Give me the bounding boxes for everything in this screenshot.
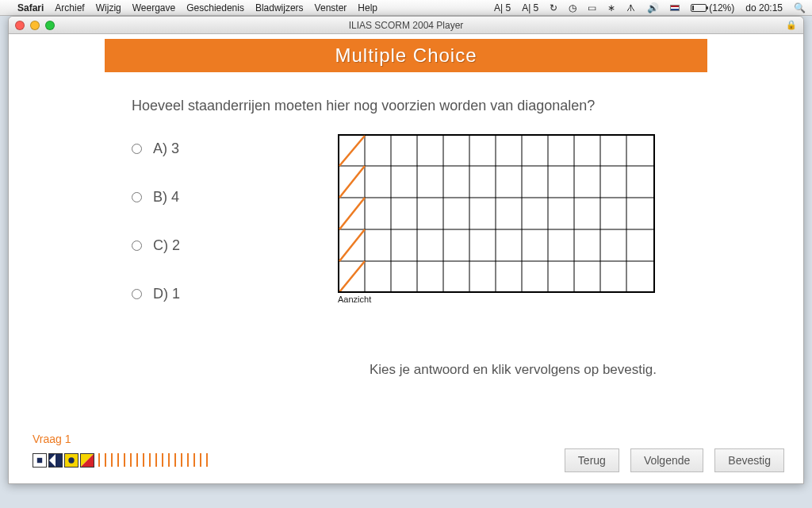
option-c-radio[interactable] [132,241,142,251]
option-label: B) 4 [153,189,179,206]
page-title: Multiple Choice [335,44,477,67]
progress-tick [111,453,113,467]
option-label: C) 2 [153,237,180,254]
svg-line-17 [339,166,365,198]
window-title: ILIAS SCORM 2004 Player [349,20,464,31]
menubar-item[interactable]: Weergave [132,2,175,13]
option-label: D) 1 [153,286,180,302]
progress-tick [105,453,106,467]
instruction-text: Kies je antwoord en klik vervolgens op b… [370,361,680,379]
progress-tick [162,453,163,467]
menubar-item[interactable]: Wijzig [96,2,121,13]
timemachine-icon[interactable]: ◷ [569,2,576,13]
progress-tick [155,453,157,467]
confirm-button[interactable]: Bevestig [714,448,784,472]
page-header: Multiple Choice [105,39,707,72]
progress-tick [136,453,138,467]
minimize-icon[interactable] [30,21,40,30]
question-figure: Aanzicht [338,134,680,304]
svg-rect-23 [37,458,42,463]
svg-line-16 [339,136,365,166]
wifi-icon[interactable]: ⩚ [626,2,636,13]
option-d-radio[interactable] [132,289,142,299]
menubar-app-name[interactable]: Safari [17,2,44,13]
progress-tick [206,453,208,467]
next-button[interactable]: Volgende [630,448,703,472]
flag-icon [80,453,94,468]
lock-icon: 🔒 [786,20,797,30]
progress-tick [143,453,144,467]
progress-tick [193,453,195,467]
close-icon[interactable] [15,21,25,30]
browser-window: ILIAS SCORM 2004 Player 🔒 Multiple Choic… [8,16,804,484]
status-text: A| 5 [494,2,511,13]
option-d[interactable]: D) 1 [132,286,306,302]
progress-label: Vraag 1 [33,433,784,445]
flag-icon [33,453,47,468]
status-text: A| 5 [522,2,538,13]
progress-tick [117,453,119,467]
flag-icon [48,453,63,468]
window-titlebar: ILIAS SCORM 2004 Player 🔒 [9,17,803,34]
display-icon[interactable]: ▭ [588,2,596,13]
question-text: Hoeveel staanderrijen moeten hier nog vo… [132,96,680,115]
menubar-item[interactable]: Bladwijzers [255,2,304,13]
zoom-icon[interactable] [45,21,55,30]
option-c[interactable]: C) 2 [132,237,306,254]
battery-percent: (12%) [709,2,734,13]
progress-tick [200,453,201,467]
flag-icon [64,453,79,468]
menubar-item[interactable]: Archief [55,2,84,13]
svg-rect-0 [339,135,654,292]
figure-caption: Aanzicht [338,294,680,304]
option-a-radio[interactable] [132,144,142,154]
menubar-clock: do 20:15 [745,2,783,13]
progress-tick [124,453,125,467]
progress-tick [181,453,182,467]
answer-options: A) 3 B) 4 C) 2 D) 1 [132,140,306,304]
option-b[interactable]: B) 4 [132,189,306,206]
bluetooth-icon[interactable]: ∗ [607,2,615,13]
option-label: A) 3 [153,140,179,157]
battery-indicator[interactable]: (12%) [691,2,734,13]
flag-icon[interactable] [670,2,680,13]
svg-line-20 [339,261,365,292]
menubar-item[interactable]: Help [358,2,377,13]
mac-menubar: Safari Archief Wijzig Weergave Geschiede… [0,0,812,16]
option-a[interactable]: A) 3 [132,140,306,157]
svg-line-19 [339,229,365,261]
progress-tick [168,453,170,467]
svg-line-18 [339,198,365,229]
menubar-item[interactable]: Geschiedenis [186,2,244,13]
progress-tick [98,453,100,467]
progress-tick [130,453,132,467]
menubar-item[interactable]: Venster [315,2,347,13]
spotlight-icon[interactable]: 🔍 [794,2,806,13]
progress-tick [174,453,176,467]
sync-icon[interactable]: ↻ [550,2,557,13]
quiz-footer: Vraag 1 Terug Volgende Bevestig [9,433,803,472]
back-button[interactable]: Terug [565,448,619,472]
progress-tick [187,453,189,467]
svg-point-27 [68,457,74,463]
volume-icon[interactable]: 🔊 [647,2,659,13]
progress-flags [33,453,210,468]
option-b-radio[interactable] [132,192,142,202]
progress-tick [149,453,151,467]
page-content: Multiple Choice Hoeveel staanderrijen mo… [9,39,803,483]
